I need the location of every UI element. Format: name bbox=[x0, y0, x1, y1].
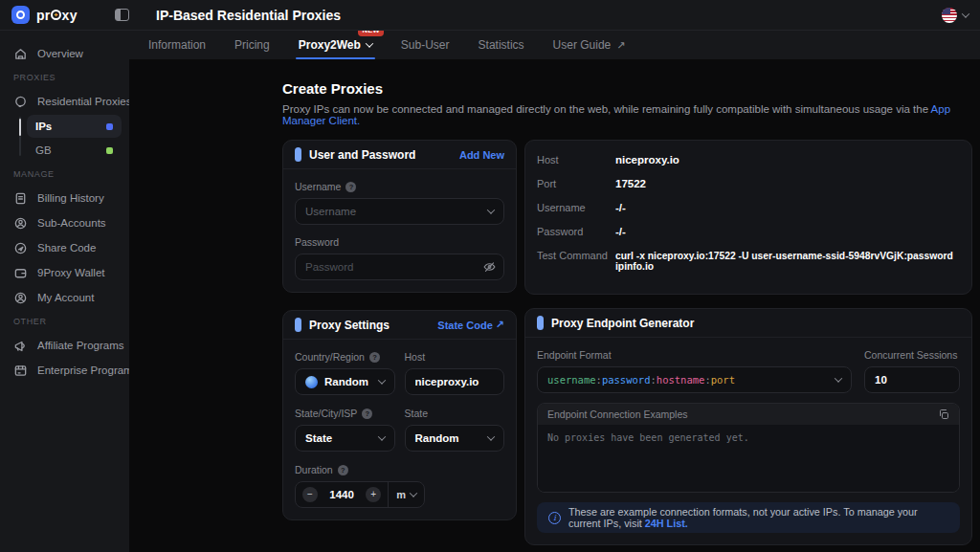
tab-pricing[interactable]: Pricing bbox=[234, 31, 270, 59]
host-label: Host bbox=[405, 351, 505, 363]
page-description: Proxy IPs can now be connected and manag… bbox=[282, 103, 980, 126]
proxy-settings-title: Proxy Settings bbox=[309, 319, 430, 332]
test-command-value: curl -x niceproxy.io:17522 -U user-usern… bbox=[615, 251, 960, 272]
storefront-icon bbox=[13, 364, 28, 378]
port-value: 17522 bbox=[615, 178, 646, 189]
state-select[interactable]: Random bbox=[405, 425, 505, 452]
tab-statistics[interactable]: Statistics bbox=[479, 31, 524, 59]
username-select[interactable]: Username bbox=[295, 198, 504, 225]
sidebar-subitem-ips[interactable]: IPs bbox=[27, 115, 122, 138]
logo-star-icon bbox=[51, 10, 61, 20]
panel-pill-icon bbox=[537, 316, 544, 330]
wallet-icon bbox=[13, 266, 28, 280]
username-label: Username bbox=[295, 181, 504, 192]
tab-information[interactable]: Information bbox=[148, 31, 206, 59]
country-region-select[interactable]: Random bbox=[295, 368, 395, 395]
duration-label: Duration bbox=[295, 464, 504, 475]
chevron-down-icon bbox=[377, 376, 385, 384]
username-value: -/- bbox=[615, 202, 626, 213]
sidebar: Overview PROXIES Residential Proxies IPs… bbox=[0, 32, 129, 552]
sidebar-item-sub-accounts[interactable]: Sub-Accounts bbox=[0, 210, 129, 235]
concurrent-sessions-label: Concurrent Sessions bbox=[864, 349, 960, 361]
country-region-label: Country/Region bbox=[295, 351, 395, 363]
sidebar-item-billing-history[interactable]: Billing History bbox=[0, 186, 129, 210]
external-link-icon: ↗ bbox=[616, 39, 625, 52]
host-value: niceproxy.io bbox=[615, 154, 679, 166]
chevron-down-icon bbox=[487, 206, 495, 213]
host-input[interactable] bbox=[405, 368, 505, 395]
account-icon bbox=[13, 291, 28, 305]
endpoint-examples-box: Endpoint Connection Examples No proxies … bbox=[537, 403, 960, 493]
info-row-host: Host niceproxy.io bbox=[537, 154, 960, 166]
examples-note-banner: These are example connection formats, no… bbox=[537, 502, 960, 533]
24h-list-link[interactable]: 24H List. bbox=[645, 518, 688, 529]
eye-off-icon[interactable] bbox=[483, 261, 496, 274]
brand-logo[interactable]: prxy bbox=[11, 6, 107, 24]
endpoint-examples-label: Endpoint Connection Examples bbox=[547, 408, 938, 420]
duration-unit-select[interactable]: m bbox=[388, 482, 424, 507]
sidebar-item-9proxy-wallet[interactable]: 9Proxy Wallet bbox=[0, 260, 129, 285]
endpoint-format-value: username:password:hostname:port bbox=[547, 374, 829, 386]
note-text: These are example connection formats, no… bbox=[568, 506, 948, 529]
concurrent-sessions-input[interactable] bbox=[864, 366, 960, 393]
endpoint-format-select[interactable]: username:password:hostname:port bbox=[537, 366, 852, 393]
brand-wordmark: prxy bbox=[36, 8, 78, 23]
us-flag-icon bbox=[942, 8, 957, 23]
tab-user-guide[interactable]: User Guide↗ bbox=[553, 31, 626, 59]
globe-icon bbox=[305, 376, 318, 388]
plus-icon[interactable] bbox=[366, 487, 381, 502]
home-icon bbox=[13, 47, 28, 61]
info-row-test-command: Test Command curl -x niceproxy.io:17522 … bbox=[537, 250, 960, 272]
sidebar-item-my-account[interactable]: My Account bbox=[0, 285, 129, 310]
sidebar-subitem-gb[interactable]: GB bbox=[27, 139, 122, 162]
minus-icon[interactable] bbox=[302, 487, 318, 502]
info-row-port: Port 17522 bbox=[537, 178, 960, 189]
endpoint-generator-panel: Proxy Endpoint Generator Endpoint Format… bbox=[524, 308, 972, 545]
sidebar-item-residential-proxies[interactable]: Residential Proxies bbox=[0, 89, 129, 114]
duration-stepper: 1440 m bbox=[295, 481, 425, 508]
state-city-isp-select[interactable]: State bbox=[295, 425, 395, 452]
ips-blue-dot bbox=[106, 123, 113, 130]
chevron-down-icon bbox=[962, 10, 969, 17]
receipt-icon bbox=[13, 191, 28, 206]
tab-sub-user[interactable]: Sub-User bbox=[401, 31, 450, 59]
help-icon[interactable] bbox=[369, 352, 380, 363]
connection-info-panel: Host niceproxy.io Port 17522 Username -/… bbox=[524, 140, 972, 295]
sidebar-item-overview[interactable]: Overview bbox=[0, 41, 129, 66]
password-value: -/- bbox=[615, 226, 626, 237]
sidebar-collapse-icon[interactable] bbox=[115, 9, 129, 21]
external-link-icon: ↗ bbox=[496, 319, 504, 331]
page-header-title: IP-Based Residential Proxies bbox=[156, 8, 341, 23]
copy-icon[interactable] bbox=[938, 408, 949, 420]
info-icon bbox=[548, 512, 561, 524]
app-header: prxy IP-Based Residential Proxies bbox=[0, 0, 980, 31]
share-icon bbox=[13, 241, 28, 255]
info-row-password: Password -/- bbox=[537, 226, 960, 237]
state-code-link[interactable]: State Code↗ bbox=[437, 319, 504, 331]
sidebar-item-affiliate-programs[interactable]: Affiliate Programs bbox=[0, 333, 129, 358]
tab-proxy2web[interactable]: Proxy2Web NEW bbox=[299, 31, 372, 59]
help-icon[interactable] bbox=[338, 465, 348, 475]
password-input[interactable] bbox=[295, 254, 504, 280]
user-icon bbox=[13, 216, 28, 231]
panel-pill-icon bbox=[295, 318, 301, 332]
globe-icon bbox=[13, 95, 28, 109]
active-tree-indicator bbox=[19, 119, 21, 136]
state-city-isp-label: State/City/ISP bbox=[295, 408, 395, 419]
sidebar-section-other: OTHER bbox=[0, 310, 129, 333]
main-content: Create Proxies Proxy IPs can now be conn… bbox=[129, 59, 980, 552]
sidebar-item-enterprise-programs[interactable]: Enterprise Programs bbox=[0, 358, 129, 383]
sidebar-item-share-code[interactable]: Share Code bbox=[0, 235, 129, 260]
sidebar-section-manage: MANAGE bbox=[0, 163, 129, 186]
chevron-down-icon bbox=[835, 374, 842, 382]
chevron-down-icon bbox=[487, 432, 495, 440]
help-icon[interactable] bbox=[345, 182, 356, 192]
add-new-button[interactable]: Add New bbox=[459, 149, 504, 161]
chevron-down-icon bbox=[377, 432, 385, 440]
language-selector[interactable] bbox=[942, 8, 969, 23]
endpoint-examples-empty-text: No proxies have been generated yet. bbox=[538, 425, 959, 492]
help-icon[interactable] bbox=[362, 408, 372, 419]
9proxy-logo-icon bbox=[11, 6, 30, 24]
duration-value[interactable]: 1440 bbox=[324, 489, 359, 500]
chevron-down-icon bbox=[366, 39, 373, 47]
